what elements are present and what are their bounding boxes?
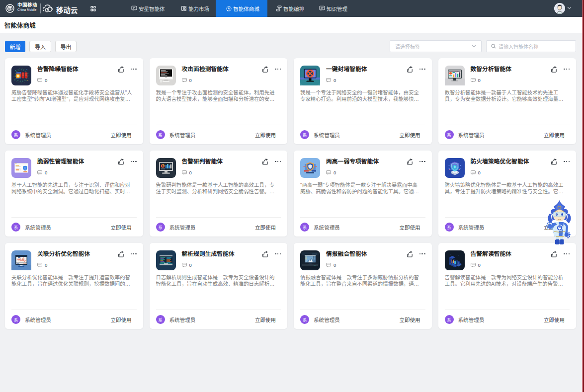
svg-text:AI: AI bbox=[228, 7, 230, 10]
